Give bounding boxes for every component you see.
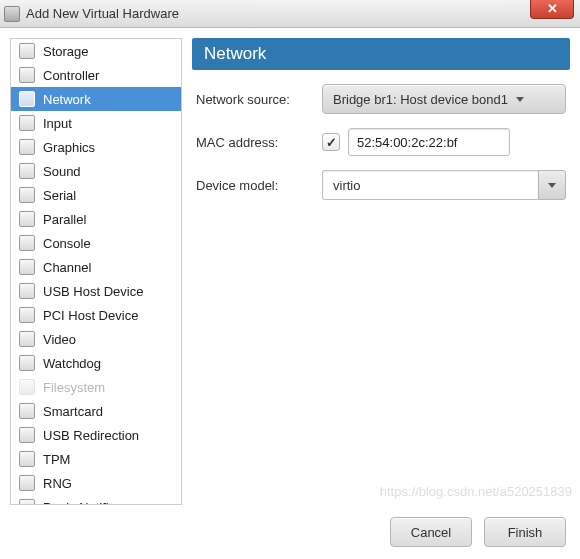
sidebar-item-sound[interactable]: Sound bbox=[11, 159, 181, 183]
sidebar-item-channel[interactable]: Channel bbox=[11, 255, 181, 279]
sidebar-item-network[interactable]: Network bbox=[11, 87, 181, 111]
main-panel: Network Network source: Bridge br1: Host… bbox=[192, 38, 570, 505]
sidebar-item-label: RNG bbox=[43, 476, 72, 491]
pci-icon bbox=[19, 307, 35, 323]
network-source-label: Network source: bbox=[196, 92, 314, 107]
sidebar-item-smartcard[interactable]: Smartcard bbox=[11, 399, 181, 423]
network-icon bbox=[19, 91, 35, 107]
sidebar-item-label: Panic Notifier bbox=[43, 500, 120, 506]
smartcard-icon bbox=[19, 403, 35, 419]
sidebar-item-filesystem: Filesystem bbox=[11, 375, 181, 399]
rng-icon bbox=[19, 475, 35, 491]
input-icon bbox=[19, 115, 35, 131]
sidebar-item-label: USB Redirection bbox=[43, 428, 139, 443]
sidebar-item-label: Serial bbox=[43, 188, 76, 203]
chevron-down-icon bbox=[548, 183, 556, 188]
sidebar-item-watchdog[interactable]: Watchdog bbox=[11, 351, 181, 375]
sidebar-item-panic-notifier[interactable]: Panic Notifier bbox=[11, 495, 181, 505]
mac-address-checkbox[interactable]: ✓ bbox=[322, 133, 340, 151]
network-source-row: Network source: Bridge br1: Host device … bbox=[196, 84, 566, 114]
mac-address-input[interactable] bbox=[348, 128, 510, 156]
device-model-label: Device model: bbox=[196, 178, 314, 193]
sidebar-item-label: Input bbox=[43, 116, 72, 131]
usb-icon bbox=[19, 283, 35, 299]
sidebar-item-label: Storage bbox=[43, 44, 89, 59]
sidebar-item-label: Channel bbox=[43, 260, 91, 275]
serial-icon bbox=[19, 187, 35, 203]
sidebar-item-tpm[interactable]: TPM bbox=[11, 447, 181, 471]
sidebar-item-usb-host-device[interactable]: USB Host Device bbox=[11, 279, 181, 303]
check-icon: ✓ bbox=[326, 135, 337, 150]
channel-icon bbox=[19, 259, 35, 275]
network-source-dropdown[interactable]: Bridge br1: Host device bond1 bbox=[322, 84, 566, 114]
panic-icon bbox=[19, 499, 35, 505]
chevron-down-icon bbox=[516, 97, 524, 102]
graphics-icon bbox=[19, 139, 35, 155]
device-model-value: virtio bbox=[333, 178, 360, 193]
sidebar-item-label: Network bbox=[43, 92, 91, 107]
sidebar-item-label: Video bbox=[43, 332, 76, 347]
sidebar-item-label: Smartcard bbox=[43, 404, 103, 419]
sidebar-item-pci-host-device[interactable]: PCI Host Device bbox=[11, 303, 181, 327]
console-icon bbox=[19, 235, 35, 251]
sidebar-item-input[interactable]: Input bbox=[11, 111, 181, 135]
device-model-dropdown-button[interactable] bbox=[538, 170, 566, 200]
form: Network source: Bridge br1: Host device … bbox=[192, 70, 570, 228]
controller-icon bbox=[19, 67, 35, 83]
dialog-footer: Cancel Finish bbox=[0, 505, 580, 559]
parallel-icon bbox=[19, 211, 35, 227]
hardware-type-list[interactable]: StorageControllerNetworkInputGraphicsSou… bbox=[10, 38, 182, 505]
filesystem-icon bbox=[19, 379, 35, 395]
sidebar-item-graphics[interactable]: Graphics bbox=[11, 135, 181, 159]
section-header: Network bbox=[192, 38, 570, 70]
app-icon bbox=[4, 6, 20, 22]
sidebar-item-label: Sound bbox=[43, 164, 81, 179]
sidebar-item-video[interactable]: Video bbox=[11, 327, 181, 351]
close-button[interactable]: ✕ bbox=[530, 0, 574, 19]
close-icon: ✕ bbox=[547, 1, 558, 16]
sidebar-item-storage[interactable]: Storage bbox=[11, 39, 181, 63]
network-source-value: Bridge br1: Host device bond1 bbox=[333, 92, 508, 107]
sidebar-item-label: TPM bbox=[43, 452, 70, 467]
content: StorageControllerNetworkInputGraphicsSou… bbox=[0, 28, 580, 505]
sidebar-item-label: Watchdog bbox=[43, 356, 101, 371]
device-model-row: Device model: virtio bbox=[196, 170, 566, 200]
mac-address-row: MAC address: ✓ bbox=[196, 128, 566, 156]
mac-address-label: MAC address: bbox=[196, 135, 314, 150]
sidebar-item-console[interactable]: Console bbox=[11, 231, 181, 255]
sidebar-item-controller[interactable]: Controller bbox=[11, 63, 181, 87]
sidebar-item-serial[interactable]: Serial bbox=[11, 183, 181, 207]
tpm-icon bbox=[19, 451, 35, 467]
sidebar-item-label: Parallel bbox=[43, 212, 86, 227]
sidebar-item-label: Filesystem bbox=[43, 380, 105, 395]
device-model-input[interactable]: virtio bbox=[322, 170, 538, 200]
sidebar-item-label: Graphics bbox=[43, 140, 95, 155]
sound-icon bbox=[19, 163, 35, 179]
storage-icon bbox=[19, 43, 35, 59]
device-model-combo[interactable]: virtio bbox=[322, 170, 566, 200]
video-icon bbox=[19, 331, 35, 347]
titlebar: Add New Virtual Hardware ✕ bbox=[0, 0, 580, 28]
sidebar-item-label: Console bbox=[43, 236, 91, 251]
watchdog-icon bbox=[19, 355, 35, 371]
sidebar-item-label: Controller bbox=[43, 68, 99, 83]
finish-button[interactable]: Finish bbox=[484, 517, 566, 547]
sidebar-item-parallel[interactable]: Parallel bbox=[11, 207, 181, 231]
usbredir-icon bbox=[19, 427, 35, 443]
cancel-button[interactable]: Cancel bbox=[390, 517, 472, 547]
window-title: Add New Virtual Hardware bbox=[26, 6, 179, 21]
sidebar-item-label: PCI Host Device bbox=[43, 308, 138, 323]
sidebar-item-usb-redirection[interactable]: USB Redirection bbox=[11, 423, 181, 447]
sidebar-item-rng[interactable]: RNG bbox=[11, 471, 181, 495]
sidebar-item-label: USB Host Device bbox=[43, 284, 143, 299]
